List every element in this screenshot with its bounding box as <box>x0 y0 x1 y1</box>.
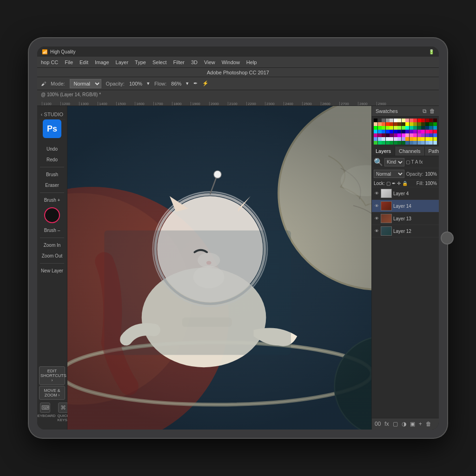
swatch-52[interactable] <box>390 130 393 133</box>
swatch-29[interactable] <box>425 122 429 126</box>
swatch-104[interactable] <box>405 141 409 145</box>
swatch-30[interactable] <box>429 122 433 126</box>
lock-paint-icon[interactable]: ✒ <box>392 181 396 186</box>
swatch-48[interactable] <box>374 130 377 133</box>
swatch-107[interactable] <box>417 141 421 145</box>
swatch-58[interactable] <box>413 130 417 133</box>
swatch-6[interactable] <box>397 119 401 122</box>
swatch-90[interactable] <box>413 137 417 141</box>
swatch-75[interactable] <box>417 133 421 137</box>
swatch-78[interactable] <box>429 133 433 137</box>
swatch-66[interactable] <box>382 133 385 137</box>
layer-item-layer-12[interactable]: 👁Layer 12 <box>372 225 439 238</box>
menu-filter[interactable]: Filter <box>173 60 185 65</box>
swatches-panel-header[interactable]: Swatches ⧉ 🗑 <box>372 106 439 117</box>
swatch-44[interactable] <box>421 126 425 130</box>
move-zoom-button[interactable]: MOVE & ZOOM › <box>39 386 65 400</box>
swatch-103[interactable] <box>402 141 405 145</box>
tab-layers[interactable]: Layers <box>372 146 395 156</box>
swatch-27[interactable] <box>417 122 421 126</box>
layer-group-icon[interactable]: ▣ <box>409 420 416 428</box>
swatch-10[interactable] <box>413 119 417 122</box>
swatch-37[interactable] <box>394 126 397 130</box>
swatch-77[interactable] <box>425 133 429 137</box>
swatch-64[interactable] <box>374 133 377 137</box>
swatch-84[interactable] <box>390 137 393 141</box>
swatch-8[interactable] <box>405 119 409 122</box>
swatch-38[interactable] <box>397 126 401 130</box>
swatch-25[interactable] <box>410 122 413 126</box>
brush-plus-button[interactable]: Brush + <box>37 195 67 205</box>
swatch-26[interactable] <box>413 122 417 126</box>
layer-item-layer-14[interactable]: 👁Layer 14 <box>372 200 439 212</box>
layer-eye-2[interactable]: 👁 <box>374 216 379 221</box>
swatch-0[interactable] <box>374 119 377 122</box>
swatch-45[interactable] <box>425 126 429 130</box>
swatch-1[interactable] <box>378 119 382 122</box>
layer-item-layer-13[interactable]: 👁Layer 13 <box>372 212 439 225</box>
tab-channels[interactable]: Channels <box>395 146 424 156</box>
layer-eye-0[interactable]: 👁 <box>374 191 379 196</box>
swatch-32[interactable] <box>374 126 377 130</box>
redo-button[interactable]: Redo <box>37 154 67 165</box>
swatch-4[interactable] <box>390 119 393 122</box>
blend-mode-select[interactable]: Normal Multiply <box>374 170 404 178</box>
undo-button[interactable]: Undo <box>37 144 67 154</box>
swatch-105[interactable] <box>410 141 413 145</box>
swatch-65[interactable] <box>378 133 382 137</box>
swatch-15[interactable] <box>433 119 437 122</box>
swatch-42[interactable] <box>413 126 417 130</box>
layer-adjustment-icon[interactable]: ◑ <box>401 420 407 428</box>
brush-minus-button[interactable]: Brush – <box>37 225 67 236</box>
swatch-98[interactable] <box>382 141 385 145</box>
swatches-delete-icon[interactable]: 🗑 <box>430 108 435 114</box>
zoom-out-button[interactable]: Zoom Out <box>37 251 67 261</box>
menu-select[interactable]: Select <box>152 60 167 65</box>
swatch-12[interactable] <box>421 119 425 122</box>
swatch-102[interactable] <box>397 141 401 145</box>
lock-position-icon[interactable]: ✛ <box>397 181 401 186</box>
swatch-83[interactable] <box>386 137 390 141</box>
swatch-7[interactable] <box>402 119 405 122</box>
swatch-97[interactable] <box>378 141 382 145</box>
swatch-95[interactable] <box>433 137 437 141</box>
opacity-down-icon[interactable]: ▾ <box>147 80 150 86</box>
swatch-24[interactable] <box>405 122 409 126</box>
swatch-56[interactable] <box>405 130 409 133</box>
lock-transparent-icon[interactable]: ▢ <box>386 181 390 186</box>
swatch-34[interactable] <box>382 126 385 130</box>
eraser-button[interactable]: Eraser <box>37 180 67 191</box>
swatch-72[interactable] <box>405 133 409 137</box>
edit-shortcuts-button[interactable]: EDIT SHORTCUTS › <box>39 366 65 385</box>
swatch-23[interactable] <box>402 122 405 126</box>
swatch-85[interactable] <box>394 137 397 141</box>
swatch-80[interactable] <box>374 137 377 141</box>
menu-help[interactable]: Help <box>246 60 257 65</box>
menu-file[interactable]: File <box>65 60 73 65</box>
menu-layer[interactable]: Layer <box>116 60 129 65</box>
mode-select[interactable]: Normal Multiply Screen <box>70 79 101 88</box>
swatch-3[interactable] <box>386 119 390 122</box>
menu-3d[interactable]: 3D <box>191 60 198 65</box>
lock-all-icon[interactable]: 🔒 <box>402 181 408 186</box>
layer-item-layer-4[interactable]: 👁Layer 4 <box>372 187 439 200</box>
swatch-51[interactable] <box>386 130 390 133</box>
swatch-86[interactable] <box>397 137 401 141</box>
swatch-55[interactable] <box>402 130 405 133</box>
swatch-13[interactable] <box>425 119 429 122</box>
swatch-36[interactable] <box>390 126 393 130</box>
swatch-40[interactable] <box>405 126 409 130</box>
swatch-96[interactable] <box>374 141 377 145</box>
swatch-67[interactable] <box>386 133 390 137</box>
swatch-17[interactable] <box>378 122 382 126</box>
swatch-63[interactable] <box>433 130 437 133</box>
swatch-46[interactable] <box>429 126 433 130</box>
layer-link-icon[interactable]: 00 <box>374 420 382 428</box>
swatch-54[interactable] <box>397 130 401 133</box>
brush-button[interactable]: Brush <box>37 169 67 180</box>
swatch-53[interactable] <box>394 130 397 133</box>
layer-eye-3[interactable]: 👁 <box>374 228 379 234</box>
swatch-88[interactable] <box>405 137 409 141</box>
swatch-11[interactable] <box>417 119 421 122</box>
smooth-icon[interactable]: ⚡ <box>202 80 209 86</box>
